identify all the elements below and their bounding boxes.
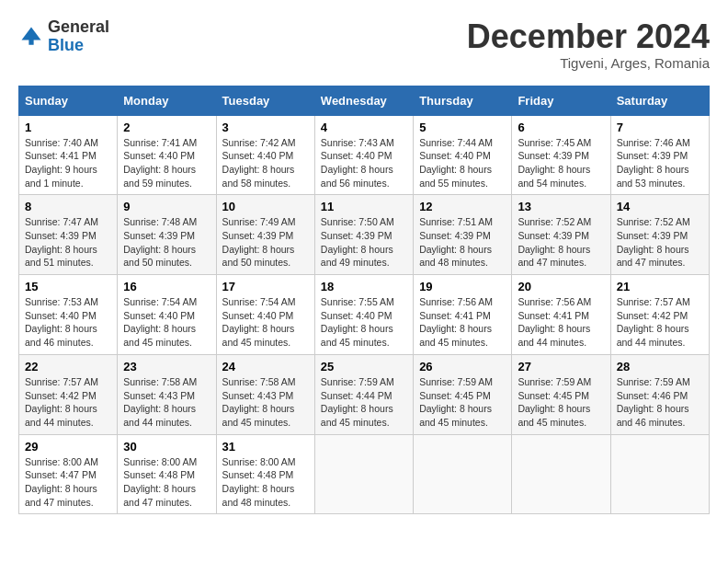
day-number: 3 — [222, 121, 309, 134]
week-row: 22Sunrise: 7:57 AMSunset: 4:42 PMDayligh… — [19, 354, 710, 434]
day-number: 26 — [419, 360, 506, 373]
column-header-saturday: Saturday — [610, 86, 709, 115]
cell-info: Sunrise: 7:52 AMSunset: 4:39 PMDaylight:… — [617, 215, 703, 270]
day-number: 22 — [25, 360, 111, 373]
day-number: 9 — [123, 200, 210, 213]
day-number: 5 — [419, 121, 506, 134]
day-number: 1 — [25, 121, 111, 134]
day-number: 18 — [321, 280, 407, 293]
calendar-cell: 17Sunrise: 7:54 AMSunset: 4:40 PMDayligh… — [216, 275, 314, 355]
week-row: 1Sunrise: 7:40 AMSunset: 4:41 PMDaylight… — [19, 115, 710, 195]
day-number: 12 — [419, 200, 506, 213]
calendar-cell: 28Sunrise: 7:59 AMSunset: 4:46 PMDayligh… — [610, 354, 709, 434]
title-section: December 2024 Tigveni, Arges, Romania — [467, 18, 710, 71]
day-number: 31 — [222, 440, 309, 454]
cell-info: Sunrise: 8:00 AMSunset: 4:47 PMDaylight:… — [25, 455, 111, 510]
cell-info: Sunrise: 7:53 AMSunset: 4:40 PMDaylight:… — [25, 295, 111, 350]
cell-info: Sunrise: 7:57 AMSunset: 4:42 PMDaylight:… — [617, 295, 703, 350]
calendar-cell: 7Sunrise: 7:46 AMSunset: 4:39 PMDaylight… — [610, 115, 709, 195]
calendar-cell: 23Sunrise: 7:58 AMSunset: 4:43 PMDayligh… — [118, 354, 216, 434]
day-number: 8 — [25, 200, 111, 213]
day-number: 28 — [617, 360, 703, 373]
logo-text: General Blue — [48, 18, 109, 55]
day-number: 24 — [222, 360, 309, 373]
cell-info: Sunrise: 7:44 AMSunset: 4:40 PMDaylight:… — [419, 136, 506, 190]
calendar-cell: 15Sunrise: 7:53 AMSunset: 4:40 PMDayligh… — [19, 275, 118, 355]
day-number: 10 — [222, 200, 309, 213]
month-title: December 2024 — [467, 18, 710, 55]
cell-info: Sunrise: 7:56 AMSunset: 4:41 PMDaylight:… — [518, 295, 604, 350]
cell-info: Sunrise: 7:51 AMSunset: 4:39 PMDaylight:… — [419, 215, 506, 270]
calendar-cell: 4Sunrise: 7:43 AMSunset: 4:40 PMDaylight… — [314, 115, 413, 195]
calendar-cell — [512, 434, 610, 514]
cell-info: Sunrise: 7:59 AMSunset: 4:45 PMDaylight:… — [518, 375, 604, 430]
calendar-table: SundayMondayTuesdayWednesdayThursdayFrid… — [18, 86, 710, 515]
cell-info: Sunrise: 7:57 AMSunset: 4:42 PMDaylight:… — [25, 375, 111, 430]
calendar-cell — [414, 434, 512, 514]
calendar-cell: 14Sunrise: 7:52 AMSunset: 4:39 PMDayligh… — [610, 195, 709, 275]
cell-info: Sunrise: 7:46 AMSunset: 4:39 PMDaylight:… — [617, 136, 703, 190]
calendar-cell: 18Sunrise: 7:55 AMSunset: 4:40 PMDayligh… — [314, 275, 413, 355]
day-number: 17 — [222, 280, 309, 293]
cell-info: Sunrise: 7:40 AMSunset: 4:41 PMDaylight:… — [25, 136, 111, 190]
day-number: 7 — [617, 121, 703, 134]
svg-rect-1 — [28, 39, 33, 45]
calendar-cell — [314, 434, 413, 514]
day-number: 23 — [123, 360, 210, 373]
cell-info: Sunrise: 7:42 AMSunset: 4:40 PMDaylight:… — [222, 136, 309, 190]
week-row: 15Sunrise: 7:53 AMSunset: 4:40 PMDayligh… — [19, 275, 710, 355]
column-header-tuesday: Tuesday — [216, 86, 314, 115]
cell-info: Sunrise: 7:58 AMSunset: 4:43 PMDaylight:… — [222, 375, 309, 430]
cell-info: Sunrise: 7:52 AMSunset: 4:39 PMDaylight:… — [518, 215, 604, 270]
column-header-friday: Friday — [512, 86, 610, 115]
logo-icon — [18, 24, 44, 50]
calendar-cell: 11Sunrise: 7:50 AMSunset: 4:39 PMDayligh… — [314, 195, 413, 275]
cell-info: Sunrise: 8:00 AMSunset: 4:48 PMDaylight:… — [123, 455, 210, 510]
day-number: 4 — [321, 121, 407, 134]
calendar-cell: 19Sunrise: 7:56 AMSunset: 4:41 PMDayligh… — [414, 275, 512, 355]
day-number: 6 — [518, 121, 604, 134]
column-header-thursday: Thursday — [414, 86, 512, 115]
cell-info: Sunrise: 7:50 AMSunset: 4:39 PMDaylight:… — [321, 215, 407, 270]
calendar-cell — [610, 434, 709, 514]
column-header-monday: Monday — [118, 86, 216, 115]
calendar-cell: 22Sunrise: 7:57 AMSunset: 4:42 PMDayligh… — [19, 354, 118, 434]
calendar-cell: 31Sunrise: 8:00 AMSunset: 4:48 PMDayligh… — [216, 434, 314, 514]
calendar-cell: 30Sunrise: 8:00 AMSunset: 4:48 PMDayligh… — [118, 434, 216, 514]
cell-info: Sunrise: 7:43 AMSunset: 4:40 PMDaylight:… — [321, 136, 407, 190]
column-header-wednesday: Wednesday — [314, 86, 413, 115]
day-number: 13 — [518, 200, 604, 213]
calendar-cell: 25Sunrise: 7:59 AMSunset: 4:44 PMDayligh… — [314, 354, 413, 434]
calendar-cell: 26Sunrise: 7:59 AMSunset: 4:45 PMDayligh… — [414, 354, 512, 434]
day-number: 21 — [617, 280, 703, 293]
logo: General Blue — [18, 18, 109, 55]
cell-info: Sunrise: 7:49 AMSunset: 4:39 PMDaylight:… — [222, 215, 309, 270]
day-number: 14 — [617, 200, 703, 213]
calendar-cell: 13Sunrise: 7:52 AMSunset: 4:39 PMDayligh… — [512, 195, 610, 275]
cell-info: Sunrise: 7:41 AMSunset: 4:40 PMDaylight:… — [123, 136, 210, 190]
page-header: General Blue December 2024 Tigveni, Arge… — [18, 18, 710, 71]
cell-info: Sunrise: 7:58 AMSunset: 4:43 PMDaylight:… — [123, 375, 210, 430]
day-number: 25 — [321, 360, 407, 373]
day-number: 11 — [321, 200, 407, 213]
cell-info: Sunrise: 7:59 AMSunset: 4:46 PMDaylight:… — [617, 375, 703, 430]
day-number: 15 — [25, 280, 111, 293]
calendar-cell: 3Sunrise: 7:42 AMSunset: 4:40 PMDaylight… — [216, 115, 314, 195]
day-number: 29 — [25, 440, 111, 454]
calendar-cell: 8Sunrise: 7:47 AMSunset: 4:39 PMDaylight… — [19, 195, 118, 275]
day-number: 16 — [123, 280, 210, 293]
calendar-cell: 20Sunrise: 7:56 AMSunset: 4:41 PMDayligh… — [512, 275, 610, 355]
week-row: 29Sunrise: 8:00 AMSunset: 4:47 PMDayligh… — [19, 434, 710, 514]
cell-info: Sunrise: 7:54 AMSunset: 4:40 PMDaylight:… — [222, 295, 309, 350]
day-number: 30 — [123, 440, 210, 454]
calendar-cell: 6Sunrise: 7:45 AMSunset: 4:39 PMDaylight… — [512, 115, 610, 195]
cell-info: Sunrise: 7:45 AMSunset: 4:39 PMDaylight:… — [518, 136, 604, 190]
column-header-sunday: Sunday — [19, 86, 118, 115]
calendar-cell: 27Sunrise: 7:59 AMSunset: 4:45 PMDayligh… — [512, 354, 610, 434]
day-number: 27 — [518, 360, 604, 373]
day-number: 20 — [518, 280, 604, 293]
calendar-cell: 10Sunrise: 7:49 AMSunset: 4:39 PMDayligh… — [216, 195, 314, 275]
cell-info: Sunrise: 7:55 AMSunset: 4:40 PMDaylight:… — [321, 295, 407, 350]
cell-info: Sunrise: 8:00 AMSunset: 4:48 PMDaylight:… — [222, 455, 309, 510]
cell-info: Sunrise: 7:56 AMSunset: 4:41 PMDaylight:… — [419, 295, 506, 350]
